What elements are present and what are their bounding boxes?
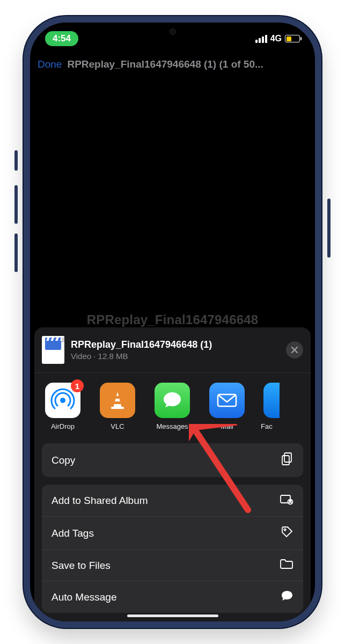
action-label: Copy bbox=[52, 455, 75, 466]
action-label: Save to Files bbox=[52, 560, 111, 572]
vlc-icon bbox=[106, 389, 129, 412]
status-time-pill[interactable]: 4:54 bbox=[45, 31, 78, 46]
phone-power-button bbox=[327, 199, 331, 258]
action-add-tags[interactable]: Add Tags bbox=[42, 516, 303, 550]
messages-icon bbox=[160, 388, 185, 413]
svg-marker-3 bbox=[113, 392, 122, 408]
shared-album-icon bbox=[280, 493, 293, 508]
action-save-to-files[interactable]: Save to Files bbox=[42, 550, 303, 581]
file-thumb-icon bbox=[42, 336, 64, 364]
home-indicator[interactable] bbox=[127, 614, 218, 617]
phone-side-switch bbox=[14, 150, 18, 171]
share-app-mail[interactable]: Mail bbox=[206, 383, 248, 430]
share-app-airdrop[interactable]: 1 AirDrop bbox=[42, 383, 84, 430]
share-app-label: Fac bbox=[261, 422, 282, 430]
share-app-extra[interactable]: Fac bbox=[261, 383, 282, 430]
phone-volume-up bbox=[14, 185, 18, 224]
share-sheet: RPReplay_Final1647946648 (1) Video · 12.… bbox=[34, 327, 311, 621]
folder-icon bbox=[280, 559, 293, 572]
done-button[interactable]: Done bbox=[38, 58, 62, 70]
share-apps-row[interactable]: 1 AirDrop VLC bbox=[34, 373, 311, 436]
share-file-name: RPReplay_Final1647946648 (1) bbox=[71, 339, 280, 350]
close-button[interactable] bbox=[286, 341, 303, 358]
share-app-label: VLC bbox=[97, 422, 138, 430]
close-icon bbox=[291, 346, 298, 354]
svg-point-2 bbox=[60, 398, 65, 403]
action-label: Add Tags bbox=[52, 528, 94, 539]
airdrop-badge: 1 bbox=[71, 379, 84, 392]
action-add-shared-album[interactable]: Add to Shared Album bbox=[42, 485, 303, 516]
share-app-messages[interactable]: Messages bbox=[151, 383, 193, 430]
share-app-label: Mail bbox=[206, 422, 248, 430]
phone-volume-down bbox=[14, 233, 18, 272]
phone-frame: 4:54 4G Done RPReplay_Final1647946648 (1… bbox=[24, 16, 321, 628]
phone-notch bbox=[122, 23, 224, 41]
action-auto-message[interactable]: Auto Message bbox=[42, 581, 303, 613]
svg-rect-5 bbox=[114, 401, 120, 404]
nav-title: RPReplay_Final1647946648 (1) (1 of 50... bbox=[67, 58, 307, 70]
mail-icon bbox=[214, 387, 240, 413]
airdrop-icon bbox=[49, 387, 76, 414]
svg-rect-6 bbox=[111, 407, 124, 409]
tag-icon bbox=[281, 525, 293, 541]
copy-icon bbox=[281, 452, 293, 469]
action-label: Add to Shared Album bbox=[52, 495, 148, 507]
network-label: 4G bbox=[270, 34, 282, 43]
svg-rect-9 bbox=[282, 456, 289, 465]
signal-icon bbox=[255, 35, 267, 43]
svg-point-12 bbox=[289, 500, 291, 502]
svg-rect-8 bbox=[284, 453, 291, 462]
svg-rect-4 bbox=[116, 396, 120, 399]
battery-icon bbox=[285, 35, 300, 42]
share-app-label: AirDrop bbox=[42, 422, 84, 430]
share-sheet-header: RPReplay_Final1647946648 (1) Video · 12.… bbox=[34, 327, 311, 373]
action-label: Auto Message bbox=[52, 591, 116, 603]
share-file-subtitle: Video · 12.8 MB bbox=[71, 352, 280, 361]
chat-icon bbox=[281, 590, 293, 604]
background-filename: RPReplay_Final1647946648 bbox=[30, 312, 315, 327]
svg-point-13 bbox=[284, 529, 285, 530]
action-copy[interactable]: Copy bbox=[42, 443, 303, 477]
share-app-label: Messages bbox=[151, 422, 193, 430]
nav-bar: Done RPReplay_Final1647946648 (1) (1 of … bbox=[30, 53, 315, 76]
share-app-vlc[interactable]: VLC bbox=[97, 383, 138, 430]
